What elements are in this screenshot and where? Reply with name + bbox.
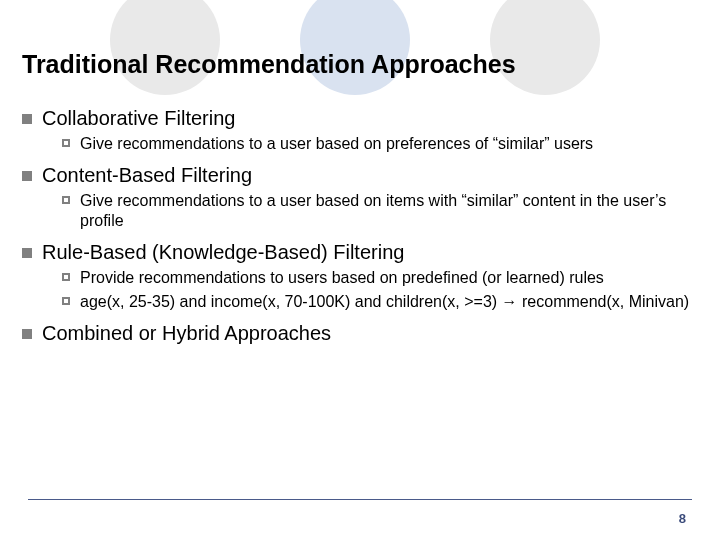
list-item: Rule-Based (Knowledge-Based) Filtering P…	[22, 241, 690, 312]
sub-list-item-text: Give recommendations to a user based on …	[80, 191, 690, 231]
sub-list: Give recommendations to a user based on …	[62, 134, 690, 154]
square-bullet-icon	[22, 114, 32, 124]
hollow-square-bullet-icon	[62, 196, 70, 204]
hollow-square-bullet-icon	[62, 273, 70, 281]
list-item-label: Content-Based Filtering	[42, 164, 252, 187]
list-item-label: Combined or Hybrid Approaches	[42, 322, 331, 345]
hollow-square-bullet-icon	[62, 297, 70, 305]
sub-list: Provide recommendations to users based o…	[62, 268, 690, 312]
list-item-label: Rule-Based (Knowledge-Based) Filtering	[42, 241, 404, 264]
sub-list: Give recommendations to a user based on …	[62, 191, 690, 231]
sub-list-item: Provide recommendations to users based o…	[62, 268, 690, 288]
hollow-square-bullet-icon	[62, 139, 70, 147]
list-item: Content-Based Filtering Give recommendat…	[22, 164, 690, 231]
bullet-list: Collaborative Filtering Give recommendat…	[22, 107, 690, 345]
footer-divider	[28, 499, 692, 500]
sub-list-item-text: Provide recommendations to users based o…	[80, 268, 604, 288]
list-item: Combined or Hybrid Approaches	[22, 322, 690, 345]
sub-list-item: Give recommendations to a user based on …	[62, 134, 690, 154]
page-number: 8	[679, 511, 686, 526]
list-item: Collaborative Filtering Give recommendat…	[22, 107, 690, 154]
square-bullet-icon	[22, 329, 32, 339]
slide-title: Traditional Recommendation Approaches	[22, 50, 690, 79]
sub-list-item-text: Give recommendations to a user based on …	[80, 134, 593, 154]
list-item-label: Collaborative Filtering	[42, 107, 235, 130]
square-bullet-icon	[22, 171, 32, 181]
sub-list-item: age(x, 25-35) and income(x, 70-100K) and…	[62, 292, 690, 312]
slide-content: Traditional Recommendation Approaches Co…	[0, 0, 720, 345]
sub-list-item: Give recommendations to a user based on …	[62, 191, 690, 231]
square-bullet-icon	[22, 248, 32, 258]
sub-list-item-text: age(x, 25-35) and income(x, 70-100K) and…	[80, 292, 689, 312]
